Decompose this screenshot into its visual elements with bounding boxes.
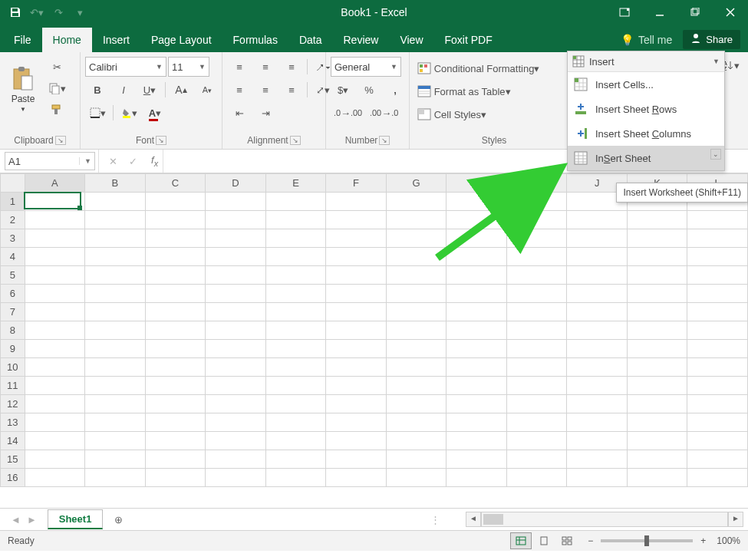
cell[interactable] (627, 377, 687, 395)
row-header[interactable]: 7 (1, 303, 25, 321)
column-header[interactable]: E (265, 174, 326, 193)
column-header[interactable]: C (145, 174, 206, 193)
cell[interactable] (85, 285, 146, 303)
cell[interactable] (386, 266, 446, 285)
view-normal-icon[interactable] (510, 532, 532, 549)
cell[interactable] (627, 303, 687, 321)
cell[interactable] (326, 211, 387, 229)
select-all-cell[interactable] (1, 174, 25, 193)
zoom-slider[interactable] (601, 539, 693, 542)
cell[interactable] (25, 266, 85, 285)
minimize-icon[interactable] (642, 0, 677, 25)
cell[interactable] (446, 266, 507, 285)
row-header[interactable]: 4 (1, 248, 25, 266)
dialog-launcher-icon[interactable]: ↘ (379, 136, 390, 145)
cell[interactable] (567, 266, 628, 285)
sheet-nav-prev-icon[interactable]: ◄ (11, 514, 21, 525)
cell[interactable] (687, 377, 748, 395)
column-header[interactable]: D (206, 174, 266, 193)
tab-formulas[interactable]: Formulas (222, 28, 288, 52)
cell[interactable] (145, 432, 206, 450)
cell[interactable] (627, 413, 687, 432)
cell[interactable] (687, 340, 748, 358)
chevron-down-icon[interactable]: ▼ (79, 157, 91, 165)
cell[interactable] (446, 469, 507, 487)
cell[interactable] (25, 303, 85, 321)
cell[interactable] (206, 211, 266, 229)
cell[interactable] (506, 285, 567, 303)
cell[interactable] (627, 432, 687, 450)
cell[interactable] (85, 450, 146, 469)
cell[interactable] (567, 285, 628, 303)
undo-icon[interactable]: ↶▾ (28, 3, 46, 21)
cell[interactable] (145, 211, 206, 229)
menu-insert-columns[interactable]: Insert Sheet Columns (568, 121, 724, 146)
sheet-tab[interactable]: Sheet1 (48, 509, 104, 529)
cell[interactable] (687, 432, 748, 450)
cell[interactable] (326, 377, 387, 395)
tab-home[interactable]: Home (42, 28, 92, 52)
cell[interactable] (627, 469, 687, 487)
cell[interactable] (85, 321, 146, 340)
percent-icon[interactable]: % (357, 80, 381, 100)
cell[interactable] (386, 469, 446, 487)
cell[interactable] (326, 229, 387, 248)
tab-foxit-pdf[interactable]: Foxit PDF (434, 28, 503, 52)
cell[interactable] (567, 450, 628, 469)
cell[interactable] (265, 211, 326, 229)
cell[interactable] (206, 285, 266, 303)
cell[interactable] (265, 266, 326, 285)
cell[interactable] (85, 248, 146, 266)
cell[interactable] (145, 413, 206, 432)
enter-icon[interactable]: ✓ (124, 156, 142, 167)
column-header[interactable]: G (386, 174, 446, 193)
decrease-indent-icon[interactable]: ⇤ (227, 103, 252, 123)
cell[interactable] (85, 413, 146, 432)
row-header[interactable]: 5 (1, 266, 25, 285)
cell[interactable] (326, 248, 387, 266)
share-button[interactable]: Share (683, 30, 740, 49)
cell[interactable] (386, 321, 446, 340)
cell[interactable] (145, 321, 206, 340)
cell[interactable] (506, 432, 567, 450)
worksheet-grid[interactable]: ABCDEFGHIJKL12345678910111213141516 (0, 173, 748, 508)
cell[interactable] (206, 358, 266, 377)
cell[interactable] (326, 340, 387, 358)
cell[interactable] (326, 193, 387, 211)
cell[interactable] (145, 358, 206, 377)
cell[interactable] (25, 193, 85, 211)
column-header[interactable]: H (446, 174, 507, 193)
cell[interactable] (265, 413, 326, 432)
cell[interactable] (206, 340, 266, 358)
row-header[interactable]: 13 (1, 413, 25, 432)
font-size-combo[interactable]: 11▼ (168, 57, 209, 77)
zoom-value[interactable]: 100% (717, 535, 740, 546)
fx-icon[interactable]: fx (147, 154, 163, 168)
menu-insert-sheet[interactable]: InSert Sheet ⌄ (568, 146, 724, 170)
cell[interactable] (506, 266, 567, 285)
cell[interactable] (265, 377, 326, 395)
cell[interactable] (567, 229, 628, 248)
cell[interactable] (627, 321, 687, 340)
currency-icon[interactable]: $▾ (331, 80, 355, 100)
row-header[interactable]: 3 (1, 229, 25, 248)
cell[interactable] (446, 248, 507, 266)
borders-button[interactable]: ▾ (85, 103, 110, 123)
cell[interactable] (265, 340, 326, 358)
cell[interactable] (265, 321, 326, 340)
cell[interactable] (627, 248, 687, 266)
row-header[interactable]: 8 (1, 321, 25, 340)
cell[interactable] (25, 395, 85, 413)
row-header[interactable]: 11 (1, 377, 25, 395)
cell[interactable] (506, 395, 567, 413)
cell[interactable] (206, 193, 266, 211)
cell[interactable] (25, 413, 85, 432)
cell[interactable] (506, 450, 567, 469)
cell[interactable] (85, 211, 146, 229)
zoom-in-button[interactable]: + (700, 535, 706, 546)
cell[interactable] (206, 303, 266, 321)
cell[interactable] (265, 193, 326, 211)
bold-button[interactable]: B (85, 80, 110, 100)
sheet-nav-next-icon[interactable]: ► (27, 514, 37, 525)
italic-button[interactable]: I (111, 80, 136, 100)
